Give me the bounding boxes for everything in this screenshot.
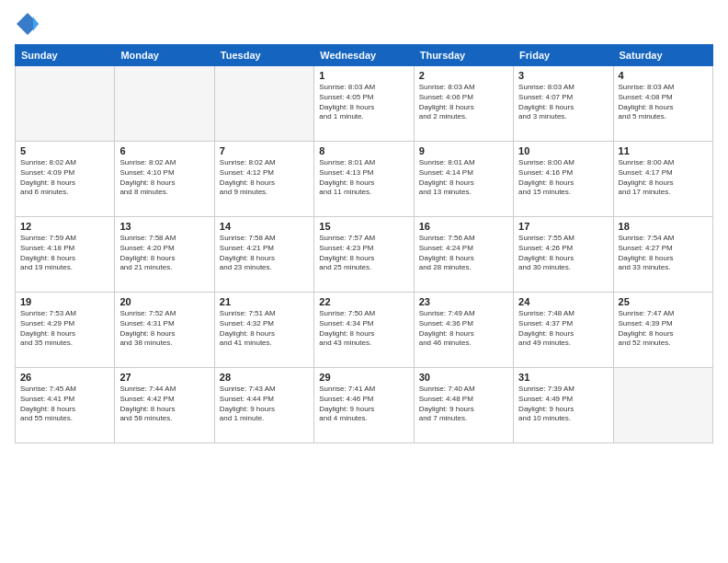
day-info-20: Sunrise: 7:52 AM Sunset: 4:31 PM Dayligh… bbox=[119, 309, 209, 349]
day-info-3: Sunrise: 8:03 AM Sunset: 4:07 PM Dayligh… bbox=[518, 83, 608, 122]
day-cell-17: 17Sunrise: 7:55 AM Sunset: 4:26 PM Dayli… bbox=[514, 217, 613, 293]
day-info-2: Sunrise: 8:03 AM Sunset: 4:06 PM Dayligh… bbox=[419, 83, 508, 122]
day-info-24: Sunrise: 7:48 AM Sunset: 4:37 PM Dayligh… bbox=[518, 309, 608, 349]
day-number-5: 5 bbox=[20, 145, 109, 156]
logo bbox=[15, 11, 44, 37]
day-number-9: 9 bbox=[419, 145, 508, 156]
day-info-12: Sunrise: 7:59 AM Sunset: 4:18 PM Dayligh… bbox=[20, 234, 109, 273]
day-info-28: Sunrise: 7:43 AM Sunset: 4:44 PM Dayligh… bbox=[220, 385, 309, 424]
day-cell-21: 21Sunrise: 7:51 AM Sunset: 4:32 PM Dayli… bbox=[214, 293, 313, 368]
day-cell-2: 2Sunrise: 8:03 AM Sunset: 4:06 PM Daylig… bbox=[414, 66, 513, 142]
day-cell-18: 18Sunrise: 7:54 AM Sunset: 4:27 PM Dayli… bbox=[613, 217, 712, 293]
svg-marker-1 bbox=[33, 17, 39, 31]
day-info-30: Sunrise: 7:40 AM Sunset: 4:48 PM Dayligh… bbox=[419, 385, 508, 424]
day-cell-25: 25Sunrise: 7:47 AM Sunset: 4:39 PM Dayli… bbox=[613, 293, 712, 368]
weekday-header-wednesday: Wednesday bbox=[314, 45, 414, 66]
calendar-table: SundayMondayTuesdayWednesdayThursdayFrid… bbox=[15, 44, 713, 443]
day-info-23: Sunrise: 7:49 AM Sunset: 4:36 PM Dayligh… bbox=[419, 309, 508, 349]
day-number-23: 23 bbox=[419, 296, 508, 307]
day-info-14: Sunrise: 7:58 AM Sunset: 4:21 PM Dayligh… bbox=[220, 234, 309, 273]
day-cell-15: 15Sunrise: 7:57 AM Sunset: 4:23 PM Dayli… bbox=[314, 217, 414, 293]
day-number-13: 13 bbox=[119, 221, 209, 232]
day-cell-13: 13Sunrise: 7:58 AM Sunset: 4:20 PM Dayli… bbox=[115, 217, 214, 293]
day-number-10: 10 bbox=[518, 145, 608, 156]
day-info-29: Sunrise: 7:41 AM Sunset: 4:46 PM Dayligh… bbox=[319, 385, 408, 424]
week-row-2: 5Sunrise: 8:02 AM Sunset: 4:09 PM Daylig… bbox=[16, 142, 713, 217]
day-number-1: 1 bbox=[319, 70, 408, 81]
day-cell-9: 9Sunrise: 8:01 AM Sunset: 4:14 PM Daylig… bbox=[414, 142, 513, 217]
day-number-4: 4 bbox=[619, 70, 708, 81]
day-cell-empty bbox=[613, 368, 712, 443]
day-cell-14: 14Sunrise: 7:58 AM Sunset: 4:21 PM Dayli… bbox=[214, 217, 313, 293]
day-number-19: 19 bbox=[20, 296, 109, 307]
day-info-25: Sunrise: 7:47 AM Sunset: 4:39 PM Dayligh… bbox=[619, 309, 708, 349]
day-info-11: Sunrise: 8:00 AM Sunset: 4:17 PM Dayligh… bbox=[619, 158, 708, 198]
day-info-17: Sunrise: 7:55 AM Sunset: 4:26 PM Dayligh… bbox=[518, 234, 608, 273]
day-number-8: 8 bbox=[319, 145, 408, 156]
day-number-17: 17 bbox=[518, 221, 608, 232]
day-number-2: 2 bbox=[419, 70, 508, 81]
day-number-16: 16 bbox=[419, 221, 508, 232]
day-info-21: Sunrise: 7:51 AM Sunset: 4:32 PM Dayligh… bbox=[220, 309, 309, 349]
day-info-10: Sunrise: 8:00 AM Sunset: 4:16 PM Dayligh… bbox=[518, 158, 608, 198]
day-number-30: 30 bbox=[419, 372, 508, 383]
week-row-5: 26Sunrise: 7:45 AM Sunset: 4:41 PM Dayli… bbox=[16, 368, 713, 443]
day-cell-6: 6Sunrise: 8:02 AM Sunset: 4:10 PM Daylig… bbox=[115, 142, 214, 217]
day-number-3: 3 bbox=[518, 70, 608, 81]
weekday-header-sunday: Sunday bbox=[16, 45, 115, 66]
day-cell-empty bbox=[16, 66, 115, 142]
day-number-22: 22 bbox=[319, 296, 408, 307]
day-info-4: Sunrise: 8:03 AM Sunset: 4:08 PM Dayligh… bbox=[619, 83, 708, 122]
day-info-13: Sunrise: 7:58 AM Sunset: 4:20 PM Dayligh… bbox=[119, 234, 209, 273]
day-number-20: 20 bbox=[119, 296, 209, 307]
day-cell-24: 24Sunrise: 7:48 AM Sunset: 4:37 PM Dayli… bbox=[514, 293, 613, 368]
day-info-18: Sunrise: 7:54 AM Sunset: 4:27 PM Dayligh… bbox=[619, 234, 708, 273]
weekday-header-tuesday: Tuesday bbox=[214, 45, 313, 66]
weekday-header-thursday: Thursday bbox=[414, 45, 513, 66]
day-cell-20: 20Sunrise: 7:52 AM Sunset: 4:31 PM Dayli… bbox=[115, 293, 214, 368]
day-info-31: Sunrise: 7:39 AM Sunset: 4:49 PM Dayligh… bbox=[518, 385, 608, 424]
week-row-1: 1Sunrise: 8:03 AM Sunset: 4:05 PM Daylig… bbox=[16, 66, 713, 142]
logo-icon bbox=[15, 11, 40, 37]
day-cell-19: 19Sunrise: 7:53 AM Sunset: 4:29 PM Dayli… bbox=[16, 293, 115, 368]
weekday-header-friday: Friday bbox=[514, 45, 613, 66]
day-cell-5: 5Sunrise: 8:02 AM Sunset: 4:09 PM Daylig… bbox=[16, 142, 115, 217]
day-number-11: 11 bbox=[619, 145, 708, 156]
day-info-22: Sunrise: 7:50 AM Sunset: 4:34 PM Dayligh… bbox=[319, 309, 408, 349]
day-info-16: Sunrise: 7:56 AM Sunset: 4:24 PM Dayligh… bbox=[419, 234, 508, 273]
day-number-21: 21 bbox=[220, 296, 309, 307]
day-cell-10: 10Sunrise: 8:00 AM Sunset: 4:16 PM Dayli… bbox=[514, 142, 613, 217]
day-info-6: Sunrise: 8:02 AM Sunset: 4:10 PM Dayligh… bbox=[119, 158, 209, 198]
weekday-header-saturday: Saturday bbox=[613, 45, 712, 66]
day-cell-7: 7Sunrise: 8:02 AM Sunset: 4:12 PM Daylig… bbox=[214, 142, 313, 217]
day-number-15: 15 bbox=[319, 221, 408, 232]
day-info-26: Sunrise: 7:45 AM Sunset: 4:41 PM Dayligh… bbox=[20, 385, 109, 424]
day-number-18: 18 bbox=[619, 221, 708, 232]
day-cell-22: 22Sunrise: 7:50 AM Sunset: 4:34 PM Dayli… bbox=[314, 293, 414, 368]
day-cell-8: 8Sunrise: 8:01 AM Sunset: 4:13 PM Daylig… bbox=[314, 142, 414, 217]
day-number-7: 7 bbox=[220, 145, 309, 156]
day-number-25: 25 bbox=[619, 296, 708, 307]
day-cell-31: 31Sunrise: 7:39 AM Sunset: 4:49 PM Dayli… bbox=[514, 368, 613, 443]
day-cell-30: 30Sunrise: 7:40 AM Sunset: 4:48 PM Dayli… bbox=[414, 368, 513, 443]
day-number-31: 31 bbox=[518, 372, 608, 383]
day-number-28: 28 bbox=[220, 372, 309, 383]
day-info-15: Sunrise: 7:57 AM Sunset: 4:23 PM Dayligh… bbox=[319, 234, 408, 273]
day-cell-28: 28Sunrise: 7:43 AM Sunset: 4:44 PM Dayli… bbox=[214, 368, 313, 443]
header bbox=[15, 11, 713, 37]
day-number-12: 12 bbox=[20, 221, 109, 232]
day-cell-29: 29Sunrise: 7:41 AM Sunset: 4:46 PM Dayli… bbox=[314, 368, 414, 443]
day-cell-empty bbox=[214, 66, 313, 142]
day-cell-3: 3Sunrise: 8:03 AM Sunset: 4:07 PM Daylig… bbox=[514, 66, 613, 142]
day-number-6: 6 bbox=[119, 145, 209, 156]
day-cell-1: 1Sunrise: 8:03 AM Sunset: 4:05 PM Daylig… bbox=[314, 66, 414, 142]
day-info-8: Sunrise: 8:01 AM Sunset: 4:13 PM Dayligh… bbox=[319, 158, 408, 198]
day-number-27: 27 bbox=[119, 372, 209, 383]
day-number-14: 14 bbox=[220, 221, 309, 232]
day-info-27: Sunrise: 7:44 AM Sunset: 4:42 PM Dayligh… bbox=[119, 385, 209, 424]
page-container: SundayMondayTuesdayWednesdayThursdayFrid… bbox=[0, 0, 728, 451]
day-cell-4: 4Sunrise: 8:03 AM Sunset: 4:08 PM Daylig… bbox=[613, 66, 712, 142]
day-info-1: Sunrise: 8:03 AM Sunset: 4:05 PM Dayligh… bbox=[319, 83, 408, 122]
day-number-29: 29 bbox=[319, 372, 408, 383]
week-row-4: 19Sunrise: 7:53 AM Sunset: 4:29 PM Dayli… bbox=[16, 293, 713, 368]
